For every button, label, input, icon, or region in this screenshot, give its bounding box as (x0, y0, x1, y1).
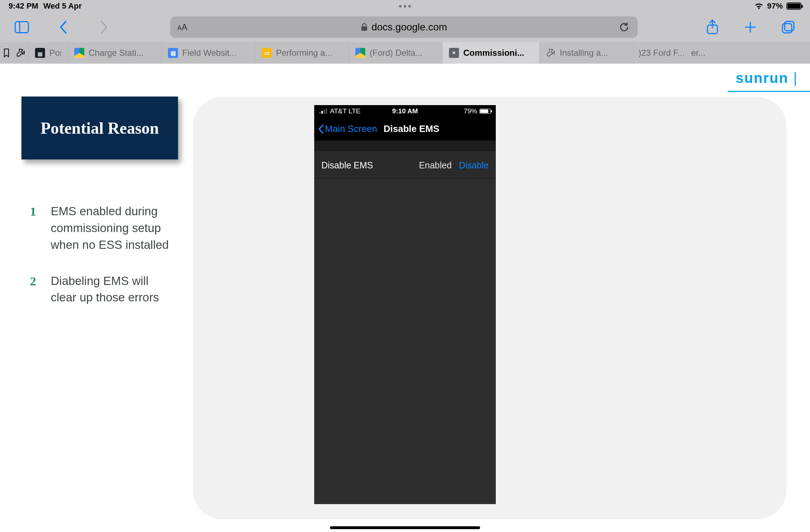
row-status: Enabled (419, 160, 452, 171)
tab-label: Field Websit... (182, 48, 237, 58)
phone-screenshot: AT&T LTE 9:10 AM 79% Main Screen Disable… (314, 105, 496, 504)
list-item: 1 EMS enabled during commissioning setup… (30, 203, 169, 253)
phone-time: 9:10 AM (392, 107, 418, 115)
back-button[interactable] (53, 17, 74, 38)
tab-strip: ▅ Possible to c Charge Stati... ▤ Field … (0, 42, 810, 64)
drive-icon (355, 48, 365, 58)
disable-ems-row: Disable EMS Enabled Disable (314, 152, 496, 179)
svg-rect-8 (782, 24, 792, 33)
tab-label: Commissioni... (463, 48, 524, 58)
svg-rect-0 (15, 22, 29, 33)
list-text: EMS enabled during commissioning setup w… (51, 203, 169, 253)
drive-icon (74, 48, 84, 58)
row-label: Disable EMS (321, 160, 373, 171)
list-item: 2 Diabeling EMS will clear up those erro… (30, 273, 169, 306)
tab-label: Performing a... (276, 48, 332, 58)
ipad-status-bar: 9:42 PM Wed 5 Apr 97% (0, 0, 810, 12)
battery-icon (479, 109, 491, 114)
status-date: Wed 5 Apr (43, 1, 82, 11)
sites-icon: ▤ (168, 48, 178, 58)
status-time: 9:42 PM (9, 1, 38, 11)
reason-list: 1 EMS enabled during commissioning setup… (30, 203, 169, 325)
brand-divider: | (794, 70, 797, 86)
tab-label: Possible to c (49, 48, 61, 58)
tab-commissioning[interactable]: × Commissioni... (443, 42, 540, 64)
tool-icon (546, 48, 555, 58)
phone-battery-percent: 79% (464, 107, 477, 115)
tab-installing[interactable]: Installing a... (540, 42, 633, 64)
tab-field-website[interactable]: ▤ Field Websit... (162, 42, 255, 64)
tab-charge-station[interactable]: Charge Stati... (68, 42, 162, 64)
tab-ford-delta[interactable]: (Ford) Delta... (349, 42, 443, 64)
reader-aa-button[interactable]: AA (177, 22, 187, 32)
new-tab-button[interactable] (740, 17, 761, 38)
brand-underline (728, 91, 810, 92)
refresh-button[interactable] (618, 21, 630, 33)
phone-nav-bar: Main Screen Disable EMS (314, 117, 496, 141)
svg-rect-7 (785, 21, 794, 31)
tab-label: Installing a... (560, 48, 608, 58)
phone-nav-title: Disable EMS (384, 123, 439, 134)
phone-back-label: Main Screen (325, 123, 377, 134)
list-number: 2 (30, 273, 39, 306)
wifi-icon (754, 3, 764, 10)
tab-overflow-label: er... (691, 48, 705, 58)
bookmark-icon (3, 48, 10, 58)
favicon-icon: ▅ (35, 48, 45, 58)
slide-title: Potential Reason (21, 97, 178, 159)
battery-percent: 97% (767, 1, 783, 11)
brand-logo: sunrun (736, 70, 789, 86)
svg-rect-2 (361, 26, 367, 31)
tabs-overview-button[interactable] (778, 17, 799, 38)
tab-pinned-group[interactable] (0, 42, 29, 64)
url-text: docs.google.com (371, 21, 447, 33)
phone-carrier: AT&T LTE (330, 107, 361, 115)
share-button[interactable] (702, 17, 723, 38)
tab-possible[interactable]: ▅ Possible to c (29, 42, 68, 64)
disable-link[interactable]: Disable (459, 160, 489, 171)
battery-icon (786, 3, 801, 10)
safari-toolbar: AA docs.google.com (0, 12, 810, 42)
phone-back-button[interactable]: Main Screen (318, 123, 377, 134)
sidebar-toggle-button[interactable] (11, 17, 32, 38)
lock-icon (361, 23, 368, 31)
slide-content: sunrun | Potential Reason 1 EMS enabled … (0, 64, 810, 532)
url-bar[interactable]: AA docs.google.com (170, 16, 638, 38)
list-number: 1 (30, 203, 39, 253)
signal-icon (319, 109, 327, 114)
tab-overflow[interactable]: )23 Ford F... er... (633, 42, 710, 64)
forward-button[interactable] (94, 17, 114, 38)
home-indicator[interactable] (330, 526, 480, 529)
close-icon: × (449, 48, 459, 58)
slides-icon: ▭ (262, 48, 272, 58)
tab-label: Charge Stati... (89, 48, 143, 58)
multitask-dots[interactable] (399, 5, 411, 8)
tab-performing[interactable]: ▭ Performing a... (255, 42, 349, 64)
tab-label: (Ford) Delta... (370, 48, 423, 58)
list-text: Diabeling EMS will clear up those errors (51, 273, 169, 306)
phone-status-bar: AT&T LTE 9:10 AM 79% (314, 105, 496, 117)
tab-overflow-label: )23 Ford F... (638, 48, 685, 58)
tool-icon (16, 48, 25, 58)
